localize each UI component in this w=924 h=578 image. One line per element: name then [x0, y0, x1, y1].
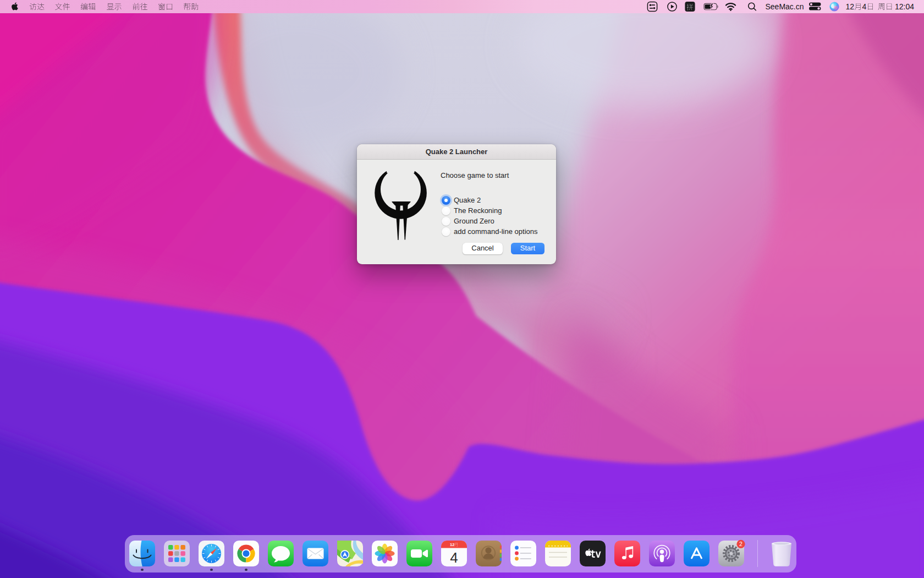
svg-text:12:04: 12:04 — [895, 2, 914, 11]
svg-text:12: 12 — [450, 542, 454, 547]
svg-text:12: 12 — [846, 2, 855, 11]
svg-text:2: 2 — [739, 541, 743, 547]
svg-text:SeeMac.cn: SeeMac.cn — [766, 2, 804, 11]
svg-text:4: 4 — [862, 2, 867, 11]
svg-text:4: 4 — [450, 549, 458, 566]
